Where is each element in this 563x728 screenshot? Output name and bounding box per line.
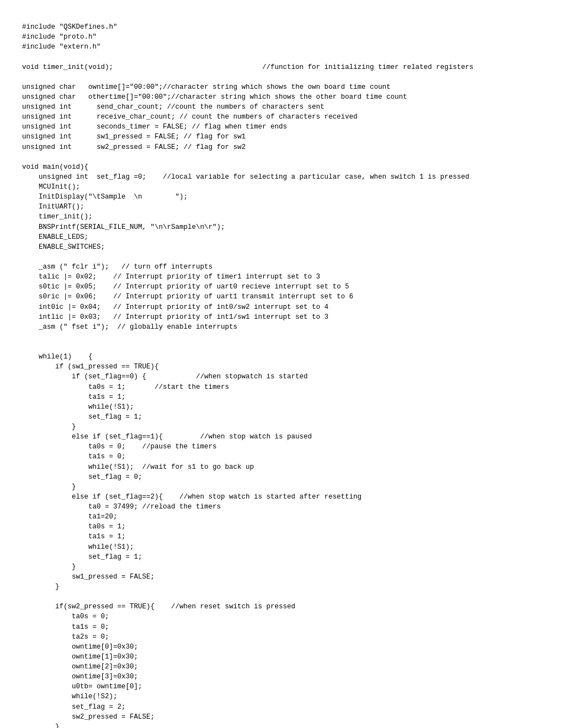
code-editor: #include "QSKDefines.h" #include "proto.…: [22, 22, 541, 728]
